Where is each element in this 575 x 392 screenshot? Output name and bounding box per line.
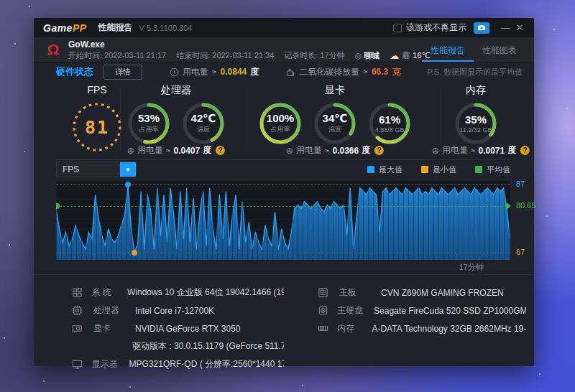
gamepp-window: GamePP 性能报告 V 5.3.1100.304 该游戏不再显示 — ✕ Ω… bbox=[34, 18, 534, 366]
sysinfo-row: 内存A-DATA Technology 32GB 2662MHz 19-19-1… bbox=[318, 319, 526, 337]
co2-icon bbox=[286, 67, 295, 77]
sysinfo-row: 驱动版本 : 30.0.15.1179 (GeForce 511.79) bbox=[72, 337, 284, 355]
fps-chart: 87 80.65 67 bbox=[56, 181, 510, 260]
max-value-label: 87 bbox=[516, 179, 525, 188]
power-meter-icon bbox=[170, 67, 179, 77]
legend-avg-swatch bbox=[475, 166, 482, 173]
max-marker bbox=[125, 182, 131, 187]
ram-icon bbox=[318, 323, 328, 334]
sysinfo-row: 显示器MPG321QRF-QD ( 分辨率:2560*1440 175Hz) bbox=[72, 355, 284, 373]
system-icon bbox=[72, 287, 83, 298]
legend-min-label: 最小值 bbox=[433, 164, 456, 175]
gpu-power-value: 0.0366 bbox=[332, 146, 359, 156]
monitor-icon bbox=[72, 359, 83, 370]
metric-dropdown[interactable]: FPS ▼ bbox=[56, 162, 137, 177]
min-value-label: 67 bbox=[516, 248, 525, 256]
session-header: Ω GoW.exe 开始时间: 2022-03-11 21:17 结束时间: 2… bbox=[34, 37, 534, 62]
version-label: V 5.3.1100.304 bbox=[139, 24, 193, 32]
x-axis-duration-label: 17分钟 bbox=[459, 262, 484, 273]
legend-max-label: 最大值 bbox=[379, 164, 402, 175]
cpu-title: 处理器 bbox=[126, 81, 226, 101]
sysinfo-value: CVN Z690M GAMING FROZEN bbox=[381, 288, 504, 298]
camera-icon bbox=[477, 24, 486, 31]
sysinfo-row: 主板CVN Z690M GAMING FROZEN bbox=[318, 284, 526, 302]
game-logo-icon: Ω bbox=[44, 40, 63, 59]
legend-max-swatch bbox=[367, 166, 374, 173]
cpu-panel: 处理器 53%占用率 42℃温度 ⊕ 用电量≈ 0.0407 度 ? bbox=[126, 81, 226, 146]
fps-area-series bbox=[56, 181, 510, 260]
co2-value: 66.3 bbox=[372, 67, 388, 77]
tab-performance-chart[interactable]: 性能图表 bbox=[474, 40, 525, 62]
sysinfo-value: A-DATA Technology 32GB 2662MHz 19-19-19-… bbox=[372, 324, 526, 334]
cpu-temp-ring: 42℃温度 bbox=[181, 101, 226, 146]
cpu-usage-ring: 53%占用率 bbox=[126, 101, 171, 146]
memory-power-help-icon[interactable]: ? bbox=[520, 146, 530, 155]
gpu-vram-ring: 61%4.88/8 GB bbox=[367, 101, 412, 146]
sysinfo-row: 主硬盘Seagate FireCuda 520 SSD ZP1000GM3000… bbox=[318, 302, 526, 319]
dont-show-label[interactable]: 该游戏不再显示 bbox=[406, 22, 466, 34]
motherboard-icon bbox=[318, 287, 331, 298]
hardware-status-title: 硬件状态 bbox=[56, 65, 93, 78]
memory-power-value: 0.0071 bbox=[478, 146, 505, 156]
cpu-power-value: 0.0407 bbox=[173, 146, 200, 156]
memory-panel: 内存 35%11.2/32 GB ⊕ 用电量≈ 0.0071 度 ? bbox=[454, 81, 498, 146]
avg-value-label: 80.65 bbox=[516, 201, 536, 210]
start-time: 开始时间: 2022-03-11 21:17 bbox=[68, 50, 166, 61]
system-info-section: 系 统Windows 10 企业版 64位 19042.1466 (19042.… bbox=[34, 274, 534, 366]
record-duration: 记录时长: 17分钟 bbox=[284, 50, 344, 61]
sysinfo-label: 处理器 bbox=[93, 304, 131, 317]
legend-avg-label: 平均值 bbox=[487, 164, 510, 175]
sysinfo-label: 系 统 bbox=[91, 286, 123, 299]
cpu-power-help-icon[interactable]: ? bbox=[216, 146, 225, 155]
sysinfo-label: 主硬盘 bbox=[337, 304, 369, 317]
power-label: 用电量 bbox=[183, 66, 208, 78]
sysinfo-row: 显卡NVIDIA GeForce RTX 3050 bbox=[72, 319, 284, 337]
disk-icon bbox=[318, 305, 328, 316]
cpu-icon bbox=[72, 305, 85, 316]
gpu-panel: 显卡 100%占用率 34℃温度 61%4.88/8 GB ⊕ 用电量≈ 0 bbox=[258, 81, 412, 146]
tab-performance-report[interactable]: 性能报告 bbox=[422, 40, 474, 62]
end-time: 结束时间: 2022-03-11 21:34 bbox=[176, 50, 274, 61]
power-unit: 度 bbox=[250, 66, 259, 78]
chart-legend: 最大值 最小值 平均值 bbox=[367, 164, 510, 175]
gpu-power-help-icon[interactable]: ? bbox=[374, 146, 384, 155]
chart-toolbar: FPS ▼ 最大值 最小值 平均值 bbox=[56, 159, 510, 177]
legend-min-swatch bbox=[421, 166, 428, 173]
power-value: 0.0844 bbox=[221, 67, 247, 77]
sysinfo-value: Intel Core i7-12700K bbox=[135, 306, 214, 316]
gauges-section: FPS 81 处理器 53%占用率 42℃温度 ⊕ 用电量≈ bbox=[34, 81, 534, 157]
minimize-button[interactable]: — bbox=[498, 22, 512, 34]
power-plug-icon: ⊕ bbox=[127, 146, 134, 156]
avg-line bbox=[56, 206, 510, 207]
fps-value: 81 bbox=[71, 101, 123, 153]
sysinfo-value: 驱动版本 : 30.0.15.1179 (GeForce 511.79) bbox=[132, 340, 284, 353]
view-tabs: 性能报告 性能图表 bbox=[422, 40, 525, 62]
fps-gauge: 81 bbox=[71, 101, 123, 153]
fps-chart-plot-area bbox=[56, 181, 510, 260]
power-plug-icon: ⊕ bbox=[286, 146, 293, 156]
game-exe-name: GoW.exe bbox=[68, 39, 431, 50]
hardware-status-bar: 硬件状态 详情 用电量 ≈ 0.0844 度 二氧化碳排放量 ≈ 66.3 克 … bbox=[34, 62, 534, 81]
power-plug-icon: ⊕ bbox=[432, 146, 439, 156]
sysinfo-value: Windows 10 企业版 64位 19042.1466 (19042.146… bbox=[127, 286, 284, 299]
gpu-temp-ring: 34℃温度 bbox=[313, 101, 357, 146]
sysinfo-value: NVIDIA GeForce RTX 3050 bbox=[135, 324, 241, 334]
sysinfo-label: 内存 bbox=[337, 322, 367, 335]
titlebar: GamePP 性能报告 V 5.3.1100.304 该游戏不再显示 — ✕ bbox=[34, 18, 534, 37]
sysinfo-value: Seagate FireCuda 520 SSD ZP1000GM30002 bbox=[374, 306, 526, 316]
screenshot-button[interactable] bbox=[474, 22, 489, 34]
gamepp-logo: GamePP bbox=[43, 22, 87, 34]
memory-usage-ring: 35%11.2/32 GB bbox=[454, 101, 498, 146]
gpu-title: 显卡 bbox=[258, 81, 412, 101]
min-line bbox=[56, 253, 510, 253]
weather-condition: 霾 bbox=[402, 50, 410, 61]
avg-arrow-icon bbox=[506, 202, 510, 210]
sysinfo-label: 显示器 bbox=[92, 358, 125, 370]
close-button[interactable]: ✕ bbox=[512, 22, 527, 34]
sysinfo-value: MPG321QRF-QD ( 分辨率:2560*1440 175Hz) bbox=[129, 358, 284, 370]
metric-dropdown-value: FPS bbox=[57, 162, 120, 177]
average-note: P.S. 数据图显示的是平均值 bbox=[428, 67, 523, 78]
gpu-icon bbox=[72, 323, 85, 334]
dont-show-checkbox[interactable] bbox=[393, 24, 402, 32]
detail-button[interactable]: 详情 bbox=[104, 65, 142, 80]
